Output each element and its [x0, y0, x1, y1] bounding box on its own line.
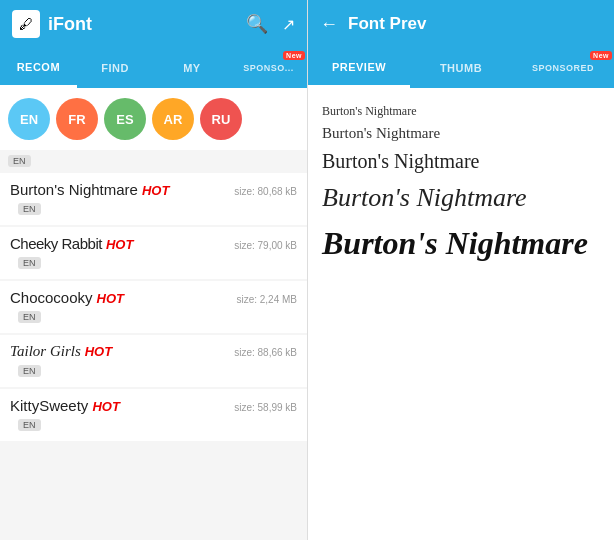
left-header-actions: 🔍 ↗ [246, 13, 295, 35]
font-name-cheeky: Cheeky Rabbit [10, 235, 102, 252]
font-name-burtons: Burton's Nightmare [10, 181, 138, 198]
lang-circles-row: EN FR ES AR RU [0, 88, 307, 150]
hot-badge-burtons: HOT [142, 183, 169, 198]
font-item-burtons[interactable]: Burton's Nightmare HOT size: 80,68 kB EN [0, 173, 307, 225]
right-header: ← Font Prev [308, 0, 614, 48]
tab-preview[interactable]: PREVIEW [308, 48, 410, 88]
hot-badge-kitty: HOT [92, 399, 119, 414]
sponso-new-badge: New [283, 51, 305, 60]
right-panel-title: Font Prev [348, 14, 602, 34]
left-tabs: RECOM FIND MY SPONSO... New [0, 48, 307, 88]
tab-my[interactable]: MY [154, 48, 231, 88]
font-name-chococooky: Chococooky [10, 289, 93, 306]
hot-badge-chococooky: HOT [97, 291, 124, 306]
lang-tag-burtons: EN [18, 203, 41, 215]
right-tabs: PREVIEW THUMB SPONSORED New [308, 48, 614, 88]
preview-size-5: Burton's Nightmare [322, 225, 600, 262]
back-button[interactable]: ← [320, 14, 338, 35]
tab-recom[interactable]: RECOM [0, 48, 77, 88]
font-name-tailor: Tailor Girls [10, 343, 81, 360]
font-item-tailor[interactable]: Tailor Girls HOT size: 88,66 kB EN [0, 335, 307, 387]
left-header-brand: 🖋 iFont [12, 10, 92, 38]
selected-lang-tag: EN [0, 150, 307, 173]
lang-circle-fr[interactable]: FR [56, 98, 98, 140]
tab-sponsored[interactable]: SPONSORED New [512, 48, 614, 88]
lang-circle-en[interactable]: EN [8, 98, 50, 140]
tab-find[interactable]: FIND [77, 48, 154, 88]
lang-circle-ar[interactable]: AR [152, 98, 194, 140]
lang-tag-tailor: EN [18, 365, 41, 377]
font-size-cheeky: size: 79,00 kB [234, 240, 297, 251]
sponsored-new-badge: New [590, 51, 612, 60]
left-header: 🖋 iFont 🔍 ↗ [0, 0, 307, 48]
tab-thumb[interactable]: THUMB [410, 48, 512, 88]
preview-size-4: Burton's Nightmare [322, 183, 600, 213]
lang-tag-chococooky: EN [18, 311, 41, 323]
right-panel: ← Font Prev PREVIEW THUMB SPONSORED New … [307, 0, 614, 540]
font-preview-area: Burton's Nightmare Burton's Nightmare Bu… [308, 88, 614, 540]
font-list: Burton's Nightmare HOT size: 80,68 kB EN… [0, 173, 307, 540]
font-item-cheeky[interactable]: Cheeky Rabbit HOT size: 79,00 kB EN [0, 227, 307, 279]
font-size-tailor: size: 88,66 kB [234, 347, 297, 358]
font-size-chococooky: size: 2,24 MB [236, 294, 297, 305]
font-size-burtons: size: 80,68 kB [234, 186, 297, 197]
share-icon[interactable]: ↗ [282, 15, 295, 34]
hot-badge-cheeky: HOT [106, 237, 133, 252]
left-panel: 🖋 iFont 🔍 ↗ RECOM FIND MY SPONSO... New … [0, 0, 307, 540]
preview-size-3: Burton's Nightmare [322, 150, 600, 173]
font-name-kitty: KittySweety [10, 397, 88, 414]
font-item-chococooky[interactable]: Chococooky HOT size: 2,24 MB EN [0, 281, 307, 333]
tab-sponso[interactable]: SPONSO... New [230, 48, 307, 88]
preview-size-1: Burton's Nightmare [322, 104, 600, 119]
lang-tag-kitty: EN [18, 419, 41, 431]
preview-size-2: Burton's Nightmare [322, 125, 600, 142]
font-size-kitty: size: 58,99 kB [234, 402, 297, 413]
search-icon[interactable]: 🔍 [246, 13, 268, 35]
app-title: iFont [48, 14, 92, 35]
font-item-kitty[interactable]: KittySweety HOT size: 58,99 kB EN [0, 389, 307, 441]
lang-circle-ru[interactable]: RU [200, 98, 242, 140]
hot-badge-tailor: HOT [85, 344, 112, 359]
app-icon: 🖋 [12, 10, 40, 38]
lang-circle-es[interactable]: ES [104, 98, 146, 140]
lang-tag-cheeky: EN [18, 257, 41, 269]
